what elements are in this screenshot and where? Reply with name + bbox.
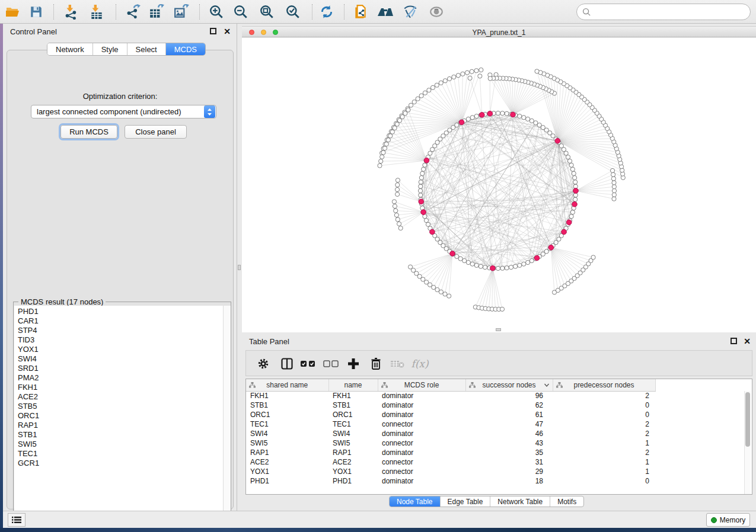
mcds-result-item[interactable]: YOX1 [18,345,39,354]
float-panel-icon[interactable] [210,28,216,34]
export-image-icon[interactable] [171,4,192,20]
header-shared-name[interactable]: shared name [246,379,328,391]
dropdown-value: largest connected component (undirected) [31,107,204,116]
export-network-icon[interactable] [123,4,143,20]
deselect-all-icon[interactable] [322,355,340,373]
mcds-result-item[interactable]: TEC1 [18,449,39,459]
columns-icon[interactable] [278,355,296,373]
table-row[interactable]: SWI5SWI5connector431 [246,438,655,448]
vertical-splitter[interactable] [237,24,242,511]
save-session-icon[interactable] [26,4,46,20]
mcds-result-item[interactable]: CAR1 [18,316,39,326]
close-panel-icon[interactable]: ✕ [224,27,231,36]
control-panel-tabs: Network Style Select MCDS [47,43,206,56]
mcds-result-item[interactable]: ACE2 [18,392,39,402]
zoom-out-icon[interactable] [231,4,251,20]
table-row[interactable]: ACE2ACE2connector311 [246,457,655,467]
zoom-selected-icon[interactable] [283,4,303,20]
mcds-panel: Optimization criterion: largest connecte… [7,50,234,509]
mcds-result-item[interactable]: GCR1 [18,459,39,468]
search-network-icon[interactable] [375,4,395,20]
tab-select[interactable]: Select [127,43,166,55]
tab-style[interactable]: Style [93,43,127,55]
table-panel-title: Table Panel [249,337,289,346]
vertical-splitter-handle[interactable] [238,265,241,270]
mcds-result-item[interactable]: ORC1 [18,411,39,421]
table-row[interactable]: FKH1FKH1dominator962 [246,391,655,400]
toolbar-separator [199,4,200,20]
header-mcds-role[interactable]: MCDS role [378,379,465,391]
mcds-result-item[interactable]: SWI4 [18,354,39,364]
network-column-icon [249,382,256,388]
mcds-result-item[interactable]: PHD1 [18,307,39,316]
hide-panels-icon[interactable] [400,4,420,20]
mcds-result-item[interactable]: STP4 [18,326,39,335]
header-name[interactable]: name [328,379,378,391]
zoom-in-icon[interactable] [206,4,227,20]
float-table-panel-icon[interactable] [731,338,737,344]
tab-motifs[interactable]: Motifs [550,496,583,507]
header-successor-nodes[interactable]: successor nodes [465,379,553,391]
run-mcds-button[interactable]: Run MCDS [60,125,117,139]
import-network-icon[interactable] [61,4,81,20]
table-row[interactable]: SWI4SWI4dominator462 [246,429,655,438]
delete-row-icon[interactable] [367,355,385,373]
memory-label: Memory [720,516,745,524]
network-canvas[interactable] [242,38,755,332]
tab-network-table[interactable]: Network Table [490,496,550,507]
toolbar-separator [53,4,54,20]
mcds-result-item[interactable]: FKH1 [18,383,39,392]
optimization-criterion-dropdown[interactable]: largest connected component (undirected) [31,105,216,118]
preview-icon[interactable] [426,4,446,20]
close-table-panel-icon[interactable]: ✕ [744,336,751,346]
toolbar-separator [116,4,116,20]
control-panel-title: Control Panel [10,27,57,36]
task-history-button[interactable] [8,513,25,527]
delete-table-icon[interactable] [388,355,406,373]
refresh-layout-icon[interactable] [317,4,337,20]
tab-node-table[interactable]: Node Table [390,496,441,507]
settings-icon[interactable] [254,355,272,373]
table-toolbar: f(x) [245,350,752,376]
zoom-fit-icon[interactable] [257,4,277,20]
table-scrollbar-thumb[interactable] [745,392,750,447]
export-table-icon[interactable] [146,4,167,20]
search-input[interactable] [594,8,750,17]
network-column-icon [469,382,476,388]
function-builder-icon[interactable]: f(x) [411,355,429,373]
open-session-icon[interactable] [3,4,23,20]
import-table-icon[interactable] [87,4,107,20]
mcds-result-item[interactable]: SWI5 [18,440,39,449]
mcds-result-groupbox: MCDS result (17 nodes) PHD1CAR1STP4TID3Y… [13,302,231,521]
close-panel-button[interactable]: Close panel [125,125,187,139]
mcds-result-list[interactable]: PHD1CAR1STP4TID3YOX1SWI4SRD1PMA2FKH1ACE2… [14,306,231,521]
mcds-result-item[interactable]: PMA2 [18,373,39,383]
mcds-result-item[interactable]: SRD1 [18,364,39,373]
mcds-result-item[interactable]: STB5 [18,402,39,411]
horizontal-splitter-handle[interactable] [496,328,501,331]
memory-button[interactable]: Memory [706,513,750,527]
tab-network[interactable]: Network [47,43,93,55]
mcds-result-item[interactable]: TID3 [18,335,39,345]
table-row[interactable]: RAP1RAP1dominator352 [246,448,655,457]
select-all-icon[interactable] [299,355,317,373]
table-scrollbar[interactable] [744,391,751,494]
mcds-result-item[interactable]: RAP1 [18,421,39,430]
table-row[interactable]: STB1STB1dominator620 [246,400,655,410]
network-view[interactable] [242,38,756,332]
header-predecessor-nodes[interactable]: predecessor nodes [553,379,655,391]
table-row[interactable]: YOX1YOX1connector291 [246,467,655,476]
mcds-result-item[interactable]: STB1 [18,430,39,440]
table-row[interactable]: ORC1ORC1dominator610 [246,410,655,419]
cytoscape-app: Control Panel ✕ Network Style Select MCD… [0,0,756,532]
add-row-icon[interactable] [344,355,362,373]
network-window-titlebar[interactable]: YPA_prune.txt_1 [242,26,756,37]
tab-edge-table[interactable]: Edge Table [441,496,491,507]
toolbar-separator [344,4,344,20]
tab-mcds[interactable]: MCDS [166,43,205,55]
mcds-list-scrollbar[interactable] [223,306,231,521]
table-row[interactable]: TEC1TEC1connector472 [246,419,655,429]
mcds-result-title: MCDS result (17 nodes) [18,297,106,306]
table-row[interactable]: PHD1PHD1dominator180 [246,476,655,486]
apply-style-icon[interactable] [350,4,371,20]
